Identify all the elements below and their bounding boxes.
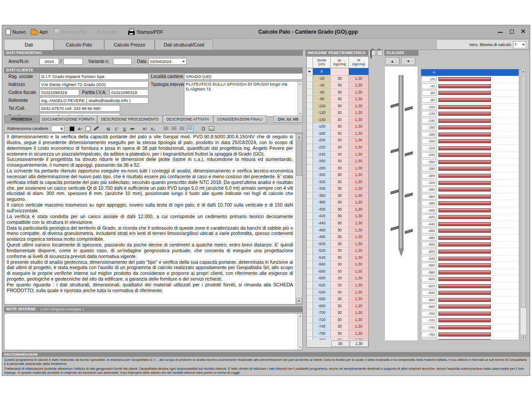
indagine-row[interactable]: -620301,30 [307, 282, 368, 289]
indagine-row[interactable]: -220301,30 [307, 144, 368, 151]
tipologia-scrollbar[interactable]: ▲ ▼ [297, 82, 302, 116]
quota-cell[interactable]: -540 [313, 254, 331, 262]
quota-cell[interactable]: -700 [313, 309, 331, 317]
fs-cell[interactable]: 1,30 [349, 303, 368, 310]
elicoidi-depth-label[interactable]: -180 [422, 132, 437, 137]
helix-up-button[interactable]: ▲ [385, 57, 399, 65]
fs-cell[interactable]: 1,30 [349, 165, 368, 172]
quota-cell[interactable]: -320 [313, 179, 331, 186]
quota-cell[interactable]: -520 [313, 247, 331, 254]
indagine-row[interactable]: -640301,30 [307, 289, 368, 296]
fs-cell[interactable]: 1,30 [349, 330, 368, 337]
rag-sociale-input[interactable]: G.I.T. Grado Impianti Turistici Spa [39, 73, 149, 80]
scroll-up-icon[interactable]: ▲ [298, 314, 302, 318]
fs-cell[interactable]: 1,30 [349, 241, 368, 248]
elicoidi-depth-label[interactable]: 0 [422, 70, 437, 75]
qc-cell[interactable]: 30 [331, 289, 349, 296]
tab-calcolo-prezzo[interactable]: Calcolo Prezzo [104, 39, 155, 50]
qc-cell[interactable]: 30 [331, 317, 349, 324]
elicoidi-row[interactable]: -740 [421, 324, 519, 331]
indagine-row[interactable]: -340301,30 [307, 185, 368, 192]
elicoidi-row[interactable]: -80 [421, 97, 519, 104]
row-selector[interactable] [307, 241, 313, 248]
indagine-row[interactable]: -540301,30 [307, 254, 368, 262]
elicoidi-row[interactable]: -460 [421, 228, 519, 235]
align-left-button[interactable] [163, 125, 170, 132]
elicoidi-depth-label[interactable]: -220 [422, 145, 437, 151]
elicoidi-row[interactable]: -300 [421, 172, 519, 180]
row-selector[interactable] [307, 96, 313, 103]
qc-cell[interactable]: 30 [331, 323, 349, 330]
elicoidi-depth-label[interactable]: -100 [422, 104, 437, 110]
elicoidi-row[interactable]: -200 [421, 138, 519, 145]
elicoidi-row[interactable]: -260 [421, 159, 519, 166]
elicoidi-row[interactable]: -340 [421, 186, 519, 193]
tel-input[interactable]: 0431-67570 cell. 333 89 86 860 [39, 105, 120, 112]
highlighter-button[interactable] [93, 125, 100, 132]
elicoidi-row[interactable]: -540 [421, 255, 519, 262]
elicoidi-depth-label[interactable]: -540 [422, 256, 437, 262]
row-selector[interactable] [307, 234, 313, 241]
indagine-row[interactable]: -100301,30 [307, 103, 368, 110]
fs-cell[interactable] [349, 68, 368, 75]
fs-cell[interactable]: 1,30 [349, 227, 368, 234]
save-button[interactable]: Salva su file [52, 27, 88, 37]
elicoidi-depth-label[interactable]: -560 [422, 262, 437, 268]
row-selector[interactable] [307, 137, 313, 144]
qc-cell[interactable] [331, 68, 349, 75]
fs-cell[interactable]: 1,30 [349, 261, 368, 268]
fs-cell[interactable]: 1,30 [349, 309, 368, 317]
indagine-row[interactable]: -420301,30 [307, 213, 368, 220]
elicoidi-scrollbar[interactable]: ▲ ▼ [520, 68, 527, 341]
font-color-button[interactable] [69, 125, 76, 132]
scroll-up-icon[interactable]: ▲ [298, 82, 302, 86]
tab-dati-strutturali[interactable]: Dati strutturali/Costi [155, 39, 213, 50]
row-selector[interactable] [307, 123, 313, 130]
quota-cell[interactable]: -360 [313, 192, 331, 200]
fs-cell[interactable]: 1,30 [349, 158, 368, 165]
qc-cell[interactable]: 30 [331, 303, 349, 310]
indagine-row[interactable]: -160301,30 [307, 123, 368, 130]
indagine-row[interactable]: -520301,30 [307, 247, 368, 254]
indagine-row[interactable]: -260301,30 [307, 158, 368, 165]
fs-cell[interactable]: 1,30 [349, 110, 368, 117]
fs-cell[interactable]: 1,30 [349, 323, 368, 330]
elicoidi-row[interactable]: -60 [421, 90, 519, 97]
indagine-row[interactable]: -660301,30 [307, 296, 368, 303]
quota-cell[interactable]: -560 [313, 261, 331, 268]
elicoidi-depth-label[interactable]: -780 [422, 338, 437, 340]
minimize-button[interactable] [495, 27, 505, 36]
quota-cell[interactable]: -200 [313, 137, 331, 144]
quota-cell[interactable]: -280 [313, 165, 331, 172]
qc-cell[interactable]: 30 [331, 137, 349, 144]
elicoidi-depth-label[interactable]: -320 [422, 180, 437, 186]
fs-cell[interactable]: 1,30 [349, 213, 368, 220]
qc-cell[interactable]: 30 [331, 103, 349, 110]
elicoidi-depth-label[interactable]: -660 [422, 297, 437, 303]
qc-cell[interactable]: 30 [331, 75, 349, 82]
qc-cell[interactable]: 30 [331, 192, 349, 200]
codice-fiscale-input[interactable]: 01021090319 [39, 89, 79, 96]
row-selector[interactable] [307, 185, 313, 192]
quota-cell[interactable]: -440 [313, 220, 331, 227]
quota-cell[interactable]: -740 [313, 323, 331, 330]
qc-cell[interactable]: 30 [331, 89, 349, 96]
elicoidi-row[interactable]: -500 [421, 242, 519, 249]
fs-cell[interactable]: 1,30 [349, 82, 368, 89]
qc-cell[interactable]: 30 [331, 123, 349, 130]
indagine-row[interactable]: -460301,30 [307, 227, 368, 234]
indagine-row[interactable]: -380301,30 [307, 199, 368, 206]
qc-cell[interactable]: 30 [331, 309, 349, 317]
indagine-row[interactable]: -480301,30 [307, 234, 368, 241]
indagine-row[interactable]: -440301,30 [307, 220, 368, 227]
fs-cell[interactable]: 1,30 [349, 247, 368, 254]
elicoidi-depth-label[interactable]: -20 [422, 76, 437, 82]
fs-cell[interactable]: 1,30 [349, 185, 368, 192]
qc-cell[interactable]: 30 [331, 82, 349, 89]
fs-cell[interactable]: 1,30 [349, 296, 368, 303]
tab-descrizione-attivita[interactable]: DESCRIZIONE ATTIVITA' [163, 115, 213, 123]
row-selector[interactable] [307, 165, 313, 172]
row-selector[interactable] [307, 268, 313, 275]
quota-cell[interactable]: -40 [313, 82, 331, 89]
new-button[interactable]: Nuovo [4, 27, 27, 37]
